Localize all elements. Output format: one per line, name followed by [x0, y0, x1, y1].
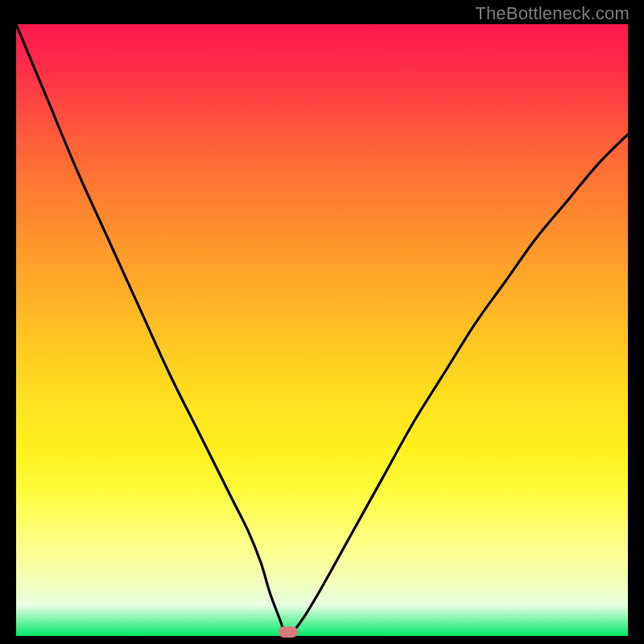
optimum-marker: [279, 626, 298, 638]
watermark-text: TheBottleneck.com: [475, 3, 630, 24]
chart-frame: TheBottleneck.com: [0, 0, 644, 644]
bottleneck-curve: [16, 24, 628, 636]
plot-area: [16, 24, 628, 636]
